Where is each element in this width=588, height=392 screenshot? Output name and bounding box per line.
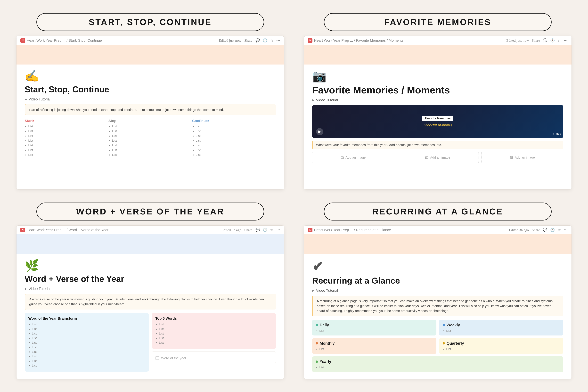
triangle-icon-memories: ▶ [312, 98, 314, 102]
memories-question-text: What were your favorite memories from th… [316, 143, 442, 147]
topbar-icon-more-mem[interactable]: ••• [564, 38, 568, 43]
quadrant-word-verse: WORD + VERSE OF THE YEAR N Heart Work Ye… [6, 196, 294, 386]
recurring-list-weekly: List [443, 329, 560, 332]
list-item: List [32, 341, 145, 344]
list-item: List [446, 329, 560, 332]
topbar-memories: N Heart Work Year Prep ... / Favorite Me… [304, 36, 572, 45]
top5-list: List List List List List [155, 322, 272, 344]
add-image-box-1[interactable]: 🖼 Add an image [312, 152, 394, 163]
top5-title: Top 5 Words [155, 316, 272, 320]
topbar-icon-star[interactable]: ☆ [270, 38, 274, 43]
share-btn-recurring[interactable]: Share [532, 228, 540, 232]
list-item: List [28, 124, 108, 128]
video-tutorial-toggle-wv[interactable]: ▶ Video Tutorial [25, 287, 276, 291]
recurring-card-yearly: Yearly List [312, 356, 563, 372]
notion-window-recurring: N Heart Work Year Prep ... / Recurring a… [304, 226, 572, 379]
list-item: List [196, 124, 276, 128]
topbar-icon-comment[interactable]: 💬 [256, 38, 260, 43]
recurring-list-yearly: List [316, 366, 560, 369]
triangle-icon-rec: ▶ [312, 289, 314, 292]
page-icon-memories: 📷 [312, 70, 563, 83]
topbar-icon-clock-rec[interactable]: 🕐 [550, 228, 555, 232]
topbar-icon-clock-mem[interactable]: 🕐 [550, 38, 555, 43]
notion-window-start-stop: N Heart Work Year Prep ... / Start, Stop… [16, 36, 284, 190]
recurring-list-quarterly: List [443, 347, 560, 351]
title-badge-start-stop: START, STOP, CONTINUE [36, 13, 264, 31]
video-tutorial-toggle-memories[interactable]: ▶ Video Tutorial [312, 98, 563, 102]
video-tutorial-toggle-rec[interactable]: ▶ Video Tutorial [312, 288, 563, 293]
page-title-memories: Favorite Memories / Moments [312, 84, 563, 96]
col-header-continue: Continue: [192, 119, 276, 123]
topbar-left-word-verse: N Heart Work Year Prep ... / Word + Vers… [20, 228, 108, 232]
share-btn-memories[interactable]: Share [532, 38, 540, 43]
topbar-icon-comment-wv[interactable]: 💬 [256, 228, 260, 232]
video-embed-memories[interactable]: Favorite Memories peaceful planning vime… [312, 105, 563, 138]
col-list-stop: List List List List List List List [108, 124, 192, 157]
breadcrumb-recurring: Heart Work Year Prep ... / Recurring at … [314, 228, 391, 232]
list-item: List [32, 327, 145, 331]
callout-text-start-stop: Part of reflecting is jotting down what … [29, 108, 224, 112]
topbar-icon-clock[interactable]: 🕐 [263, 38, 267, 43]
video-tutorial-toggle-start-stop[interactable]: ▶ Video Tutorial [25, 97, 276, 102]
dot-yearly [316, 360, 318, 363]
topbar-icon-comment-mem[interactable]: 💬 [543, 38, 547, 43]
list-item: List [112, 144, 192, 147]
image-icon-1: 🖼 [340, 156, 344, 160]
play-button[interactable]: ▶ [316, 128, 323, 135]
topbar-icon-more-rec[interactable]: ••• [564, 228, 568, 232]
content-recurring: ✔ Recurring at a Glance ▶ Video Tutorial… [304, 254, 572, 379]
content-word-verse: 🌿 Word + Verse of the Year ▶ Video Tutor… [16, 254, 284, 379]
word-of-year-input[interactable]: Word of the year [156, 356, 272, 360]
video-tutorial-label-wv: Video Tutorial [28, 287, 50, 291]
col-continue: Continue: List List List List List List … [192, 119, 276, 158]
list-item: List [28, 148, 108, 152]
share-btn-start-stop[interactable]: Share [244, 38, 252, 43]
topbar-icon-star-mem[interactable]: ☆ [558, 38, 561, 43]
list-item: List [196, 134, 276, 138]
list-item: List [196, 129, 276, 133]
title-badge-recurring: RECURRING AT A GLANCE [324, 202, 552, 220]
list-item: List [159, 336, 272, 340]
list-item: List [159, 322, 272, 326]
recurring-grid: Daily List Weekly List [312, 320, 563, 372]
topbar-icon-more-wv[interactable]: ••• [276, 228, 280, 232]
video-embed-inner: Favorite Memories peaceful planning vime… [312, 105, 563, 138]
edited-label-recurring: Edited 3h ago [509, 228, 529, 232]
topbar-icon-star-wv[interactable]: ☆ [270, 228, 274, 232]
dot-monthly [316, 342, 318, 344]
top5-word-column: Top 5 Words List List List List List Wor [152, 313, 276, 372]
list-item: List [28, 144, 108, 147]
list-item: List [32, 332, 145, 335]
checkbox-word[interactable] [156, 356, 159, 360]
col-header-stop: Stop: [108, 119, 192, 123]
topbar-icon-star-rec[interactable]: ☆ [558, 228, 561, 232]
notion-logo-word-verse: N [20, 228, 25, 232]
list-item: List [446, 347, 560, 351]
header-bg-recurring [304, 234, 572, 254]
topbar-left-memories: N Heart Work Year Prep ... / Favorite Me… [308, 38, 404, 43]
video-label: Favorite Memories [422, 116, 453, 121]
list-item: List [196, 153, 276, 157]
add-image-box-3[interactable]: 🖼 Add an image [481, 152, 563, 163]
recurring-title-yearly: Yearly [316, 359, 560, 364]
add-image-label-1: Add an image [346, 156, 366, 160]
edited-label-start-stop: Edited just now [219, 38, 242, 43]
breadcrumb-word-verse: Heart Work Year Prep ... / Word + Verse … [26, 228, 108, 232]
share-btn-word-verse[interactable]: Share [244, 228, 252, 232]
topbar-icon-more[interactable]: ••• [276, 38, 280, 43]
recurring-list-daily: List [316, 329, 433, 332]
add-image-box-2[interactable]: 🖼 Add an image [397, 152, 479, 163]
list-item: List [196, 148, 276, 152]
header-bg-memories [304, 45, 572, 64]
recurring-card-quarterly: Quarterly List [439, 338, 563, 354]
topbar-recurring: N Heart Work Year Prep ... / Recurring a… [304, 226, 572, 234]
title-text-word-verse: WORD + VERSE OF THE YEAR [76, 207, 224, 216]
video-sublabel: peaceful planning [424, 123, 452, 127]
topbar-icon-clock-wv[interactable]: 🕐 [263, 228, 267, 232]
list-item: List [32, 354, 145, 358]
quadrant-start-stop-continue: START, STOP, CONTINUE N Heart Work Year … [6, 6, 294, 196]
topbar-icon-comment-rec[interactable]: 💬 [543, 228, 547, 232]
image-icon-2: 🖼 [425, 156, 428, 160]
list-item: List [32, 346, 145, 349]
topbar-left-start-stop: N Heart Work Year Prep ... / Start, Stop… [20, 38, 102, 43]
